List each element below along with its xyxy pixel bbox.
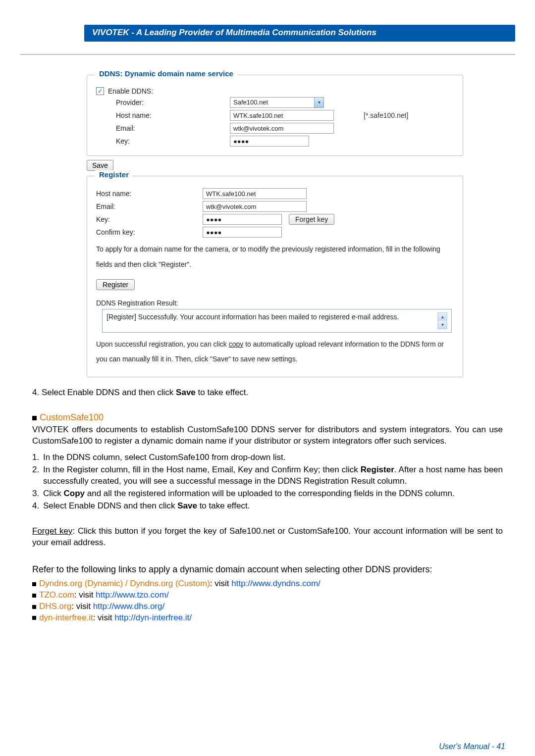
reg-confirm-label: Confirm key:	[96, 228, 203, 236]
forget-key-button[interactable]: Forget key	[289, 214, 334, 225]
step-4: 4. Select Enable DDNS and then click Sav…	[32, 387, 503, 399]
register-note: To apply for a domain name for the camer…	[96, 242, 454, 272]
register-button[interactable]: Register	[96, 279, 135, 290]
result-text: [Register] Successfully. Your account in…	[107, 312, 434, 329]
square-bullet-icon	[32, 582, 36, 586]
ddns-legend: DDNS: Dynamic domain name service	[95, 69, 237, 78]
header-rule	[20, 54, 515, 55]
customsafe100-heading: CustomSafe100	[32, 411, 503, 423]
email-row: Email: wtk@vivotek.com	[96, 123, 454, 134]
tzo-link[interactable]: http://www.tzo.com/	[96, 590, 168, 600]
refer-para: Refer to the following links to apply a …	[32, 563, 503, 575]
scroll-up-icon[interactable]: ▴	[438, 313, 447, 321]
save-button[interactable]: Save	[87, 160, 113, 171]
provider-select[interactable]: Safe100.net ▾	[230, 97, 324, 108]
provider-value: Safe100.net	[233, 97, 268, 108]
square-bullet-icon	[32, 616, 36, 620]
reg-host-input[interactable]: WTK.safe100.net	[203, 188, 307, 199]
provider-row: Provider: Safe100.net ▾	[96, 97, 454, 108]
screenshot-ddns: DDNS: Dynamic domain name service ✓ Enab…	[87, 75, 463, 377]
key-label: Key:	[96, 137, 230, 145]
register-legend: Register	[95, 170, 133, 179]
reg-host-label: Host name:	[96, 190, 203, 198]
reg-key-label: Key:	[96, 215, 203, 223]
reg-key-row: Key: ●●●● Forget key	[96, 214, 454, 225]
reg-host-row: Host name: WTK.safe100.net	[96, 188, 454, 199]
provider-link-1: Dyndns.org (Dynamic) / Dyndns.org (Custo…	[32, 578, 503, 590]
register-fieldset: Register Host name: WTK.safe100.net Emai…	[87, 176, 463, 377]
provider-link-2: TZO.com: visit http://www.tzo.com/	[32, 590, 503, 601]
page-header: VIVOTEK - A Leading Provider of Multimed…	[84, 25, 515, 42]
email-label: Email:	[96, 124, 230, 132]
ddns-fieldset: DDNS: Dynamic domain name service ✓ Enab…	[87, 75, 463, 156]
dhs-link[interactable]: http://www.dhs.org/	[93, 602, 165, 611]
hostname-suffix: [*.safe100.net]	[364, 111, 408, 119]
post-register-note: Upon successful registration, you can cl…	[96, 337, 454, 367]
square-bullet-icon	[32, 594, 36, 598]
scroll-down-icon[interactable]: ▾	[438, 321, 447, 329]
customsafe100-steps: 1.In the DDNS column, select CustomSafe1…	[32, 452, 503, 512]
reg-confirm-row: Confirm key: ●●●●	[96, 227, 454, 238]
dyndns-link[interactable]: http://www.dyndns.com/	[231, 579, 321, 588]
provider-label: Provider:	[96, 99, 230, 106]
email-input[interactable]: wtk@vivotek.com	[230, 123, 334, 134]
chevron-down-icon[interactable]: ▾	[314, 98, 323, 107]
reg-email-label: Email:	[96, 202, 203, 210]
reg-email-row: Email: wtk@vivotek.com	[96, 201, 454, 212]
page-footer: User's Manual - 41	[439, 742, 505, 751]
result-box: [Register] Successfully. Your account in…	[102, 309, 452, 333]
square-bullet-icon	[32, 605, 36, 609]
body-text: 4. Select Enable DDNS and then click Sav…	[32, 387, 503, 624]
enable-ddns-checkbox[interactable]: ✓	[96, 87, 104, 95]
hostname-row: Host name: WTK.safe100.net [*.safe100.ne…	[96, 110, 454, 121]
reg-key-input[interactable]: ●●●●	[203, 214, 282, 225]
hostname-label: Host name:	[96, 111, 230, 119]
key-input[interactable]: ●●●●	[230, 136, 309, 147]
square-bullet-icon	[32, 416, 37, 420]
enable-ddns-row: ✓ Enable DDNS:	[96, 87, 454, 95]
reg-email-input[interactable]: wtk@vivotek.com	[203, 201, 307, 212]
forget-key-para: Forget key: Click this button if you for…	[32, 526, 503, 549]
reg-confirm-input[interactable]: ●●●●	[203, 227, 282, 238]
provider-link-3: DHS.org: visit http://www.dhs.org/	[32, 601, 503, 612]
dyninterfree-link[interactable]: http://dyn-interfree.it/	[114, 613, 192, 622]
provider-link-4: dyn-interfree.it: visit http://dyn-inter…	[32, 612, 503, 624]
key-row: Key: ●●●●	[96, 136, 454, 147]
customsafe100-para: VIVOTEK offers documents to establish Cu…	[32, 424, 503, 447]
copy-link[interactable]: copy	[229, 340, 244, 348]
result-title: DDNS Registration Result:	[96, 299, 454, 307]
hostname-input[interactable]: WTK.safe100.net	[230, 110, 334, 121]
result-scrollbar[interactable]: ▴ ▾	[437, 312, 447, 329]
enable-ddns-label: Enable DDNS:	[108, 87, 153, 95]
